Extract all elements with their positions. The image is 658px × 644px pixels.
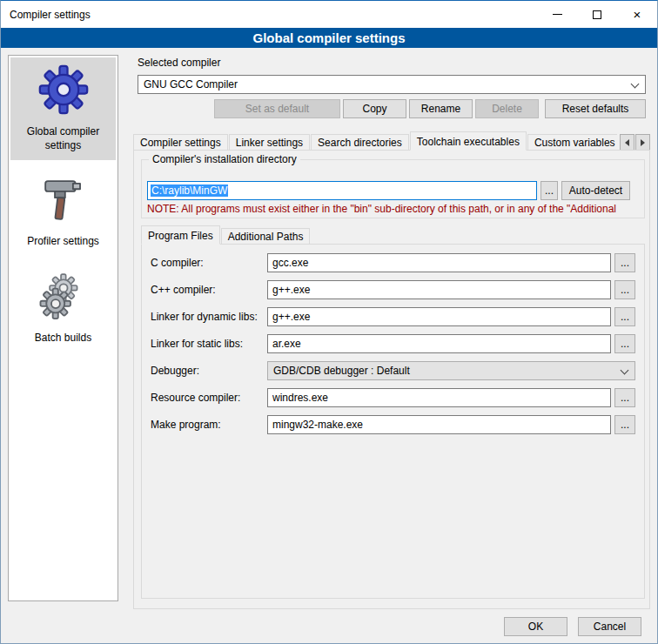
settings-tabstrip: Compiler settings Linker settings Search…: [133, 131, 617, 151]
form-row-linker-static: Linker for static libs: ...: [151, 334, 635, 353]
cpp-compiler-browse-button[interactable]: ...: [614, 280, 635, 299]
linker-dynamic-browse-button[interactable]: ...: [614, 307, 635, 326]
close-button[interactable]: ×: [617, 1, 657, 28]
cpp-compiler-label: C++ compiler:: [151, 284, 267, 296]
cpp-compiler-input[interactable]: [267, 280, 611, 299]
sidebar-item-label: Batch builds: [12, 332, 114, 345]
dialog-footer: OK Cancel: [504, 617, 641, 636]
installation-directory-input[interactable]: C:\raylib\MinGW: [147, 181, 537, 200]
c-compiler-label: C compiler:: [151, 257, 267, 269]
chevron-down-icon: [631, 80, 640, 89]
copy-button[interactable]: Copy: [343, 99, 406, 118]
linker-dynamic-input[interactable]: [267, 307, 611, 326]
delete-button: Delete: [475, 99, 539, 118]
toolchain-executables-panel: Compiler's installation directory C:\ray…: [133, 150, 650, 609]
resource-compiler-label: Resource compiler:: [151, 392, 267, 404]
window-controls: ×: [537, 1, 657, 28]
close-icon: ×: [634, 8, 641, 21]
linker-static-input[interactable]: [267, 334, 611, 353]
debugger-selected-value: GDB/CDB debugger : Default: [273, 365, 410, 377]
chevron-down-icon: [621, 366, 629, 375]
window-title: Compiler settings: [10, 9, 91, 21]
resource-compiler-browse-button[interactable]: ...: [614, 388, 635, 407]
installation-directory-group-label: Compiler's installation directory: [149, 153, 300, 165]
sidebar-item-batch-builds[interactable]: Batch builds: [10, 264, 116, 353]
form-row-linker-dynamic: Linker for dynamic libs: ...: [151, 307, 635, 326]
form-row-resource-compiler: Resource compiler: ...: [151, 388, 635, 407]
compiler-settings-window: Compiler settings × Global compiler sett…: [0, 0, 658, 644]
maximize-icon: [593, 10, 601, 19]
debugger-select[interactable]: GDB/CDB debugger : Default: [267, 361, 635, 380]
subtab-additional-paths[interactable]: Additional Paths: [221, 228, 311, 245]
titlebar: Compiler settings ×: [1, 1, 657, 28]
ok-button[interactable]: OK: [504, 617, 567, 636]
minimize-button[interactable]: [537, 1, 577, 28]
make-program-label: Make program:: [151, 419, 267, 431]
installation-directory-group: Compiler's installation directory C:\ray…: [141, 159, 645, 218]
rename-button[interactable]: Rename: [409, 99, 473, 118]
form-row-cpp-compiler: C++ compiler: ...: [151, 280, 635, 299]
c-compiler-input[interactable]: [267, 253, 611, 272]
make-program-browse-button[interactable]: ...: [614, 415, 635, 434]
minimize-icon: [553, 14, 562, 15]
tab-compiler-settings[interactable]: Compiler settings: [133, 134, 228, 151]
profiler-tool-icon: [38, 174, 89, 225]
selected-compiler-select[interactable]: GNU GCC Compiler: [138, 75, 646, 94]
batch-builds-gears-icon: [38, 271, 89, 321]
linker-static-label: Linker for static libs:: [151, 338, 267, 350]
maximize-button[interactable]: [577, 1, 617, 28]
main-panel: Selected compiler GNU GCC Compiler Set a…: [127, 48, 653, 643]
program-files-panel: C compiler: ... C++ compiler: ... Linker…: [141, 244, 645, 599]
bin-subdirectory-note: NOTE: All programs must exist either in …: [147, 203, 642, 215]
make-program-input[interactable]: [267, 415, 611, 434]
subtab-program-files[interactable]: Program Files: [141, 225, 220, 245]
sidebar-item-global-compiler-settings[interactable]: Global compiler settings: [10, 57, 116, 160]
installation-directory-row: C:\raylib\MinGW ... Auto-detect: [147, 181, 630, 200]
debugger-label: Debugger:: [151, 365, 267, 377]
settings-category-sidebar: Global compiler settings Profiler settin…: [8, 55, 118, 601]
tab-custom-variables[interactable]: Custom variables: [527, 134, 617, 151]
form-row-debugger: Debugger: GDB/CDB debugger : Default: [151, 361, 635, 380]
installation-directory-selected-text: C:\raylib\MinGW: [151, 184, 228, 197]
compiler-actions: Set as default Copy Rename Delete Reset …: [138, 99, 646, 118]
sidebar-item-label: Profiler settings: [12, 235, 114, 249]
form-row-make-program: Make program: ...: [151, 415, 635, 434]
tab-toolchain-executables[interactable]: Toolchain executables: [410, 131, 527, 151]
tab-linker-settings[interactable]: Linker settings: [229, 134, 310, 151]
installation-directory-browse-button[interactable]: ...: [540, 181, 558, 200]
resource-compiler-input[interactable]: [267, 388, 611, 407]
linker-dynamic-label: Linker for dynamic libs:: [151, 311, 267, 323]
dialog-header-title: Global compiler settings: [252, 30, 405, 45]
c-compiler-browse-button[interactable]: ...: [614, 253, 635, 272]
scroll-right-icon: [641, 139, 645, 146]
scroll-left-icon: [625, 139, 629, 146]
cancel-button[interactable]: Cancel: [578, 617, 641, 636]
reset-defaults-button[interactable]: Reset defaults: [545, 99, 646, 118]
tab-scroll-left-button[interactable]: [620, 134, 634, 151]
dialog-body: Global compiler settings Profiler settin…: [1, 48, 657, 643]
dialog-header: Global compiler settings: [1, 28, 657, 48]
tab-search-directories[interactable]: Search directories: [311, 134, 409, 151]
tab-scroll-controls: [620, 134, 650, 151]
tab-scroll-right-button[interactable]: [635, 134, 650, 151]
selected-compiler-label: Selected compiler: [138, 57, 220, 69]
global-compiler-gear-icon: [38, 64, 89, 115]
program-files-tabstrip: Program Files Additional Paths: [141, 225, 311, 245]
selected-compiler-value: GNU GCC Compiler: [144, 78, 238, 91]
sidebar-item-label: Global compiler settings: [12, 125, 114, 152]
form-row-c-compiler: C compiler: ...: [151, 253, 635, 272]
auto-detect-button[interactable]: Auto-detect: [561, 181, 630, 200]
set-as-default-button: Set as default: [214, 99, 340, 118]
sidebar-item-profiler-settings[interactable]: Profiler settings: [10, 167, 116, 257]
linker-static-browse-button[interactable]: ...: [614, 334, 635, 353]
